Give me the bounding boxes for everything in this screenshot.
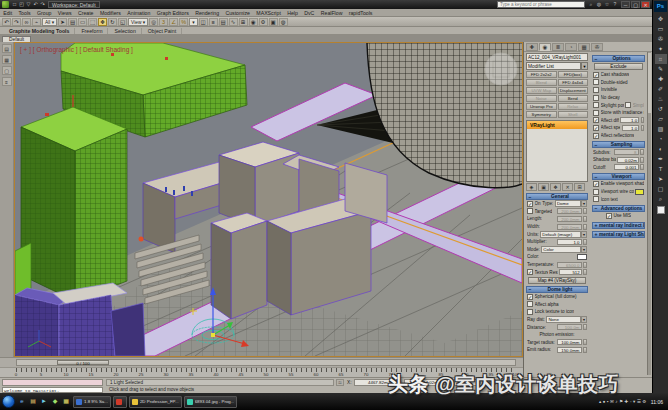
type-tool-icon[interactable]: T [655, 164, 667, 174]
viewport-layout-grid-icon[interactable]: ▦ [2, 55, 12, 64]
viewport-label[interactable]: [ + ] [ Orthographic ] [ Default Shading… [20, 46, 133, 54]
menu-tools[interactable]: Tools [15, 10, 33, 16]
modifier-button-ffd-4x4x4[interactable]: FFD 4x4x4 [558, 79, 589, 86]
panel-scrollbar[interactable] [647, 52, 651, 375]
affect-diffuse-field[interactable]: 1.0 [620, 117, 639, 123]
heal-tool-icon[interactable]: ✚ [655, 74, 667, 84]
maxscript-mini-listener-pink[interactable] [2, 379, 103, 386]
menu-help[interactable]: Help [284, 10, 301, 16]
menu-views[interactable]: Views [55, 10, 75, 16]
selection-filter-dropdown[interactable]: All ▾ [42, 18, 57, 26]
mirror-icon[interactable]: ◫ [199, 18, 208, 26]
pen-tool-icon[interactable]: ✒ [655, 154, 667, 164]
undo-icon[interactable]: ↶ [2, 18, 11, 26]
move-tool-icon[interactable]: ✥ [655, 14, 667, 24]
use-mis-checkbox[interactable]: ✓ [606, 213, 612, 219]
maximize-button[interactable]: ▢ [631, 1, 640, 8]
3dsmax-logo-icon[interactable] [2, 1, 9, 8]
modifier-button-bend[interactable]: Bend [558, 95, 589, 102]
motion-tab[interactable]: ◔ [565, 43, 577, 51]
lock-texture-to-icon-checkbox[interactable] [527, 309, 533, 315]
curve-editor-icon[interactable]: ∿ [229, 18, 238, 26]
affect-specular-field[interactable]: 1.0 [622, 125, 640, 131]
color-swatch[interactable] [577, 254, 587, 260]
toolbar-handle-icon[interactable]: ≡ [2, 77, 12, 86]
dodge-tool-icon[interactable]: ◐ [655, 144, 667, 154]
pin-stack-icon[interactable]: ◈ [526, 183, 537, 191]
rollout-header-viewport[interactable]: −Viewport [592, 173, 645, 180]
modifier-button-symmetry[interactable]: Symmetry [526, 111, 557, 118]
menu-rendering[interactable]: Rendering [192, 10, 222, 16]
help-icon[interactable]: ? [611, 1, 619, 8]
texture-field[interactable]: 512 [559, 269, 582, 275]
render-production-icon[interactable]: ◍ [279, 18, 288, 26]
marquee-tool-icon[interactable]: ▭ [655, 24, 667, 34]
select-link-icon[interactable]: ∞ [22, 18, 31, 26]
time-slider-handle[interactable]: 0 / 100 [57, 360, 109, 365]
spherical-full-dome-checkbox[interactable]: ✓ [527, 294, 533, 300]
utilities-tab[interactable]: ✇ [591, 43, 603, 51]
modifier-button-ffd-box[interactable]: FFD(box) [558, 71, 589, 78]
configure-modifier-sets-icon[interactable]: ⊞ [574, 183, 585, 191]
snaps-toggle-icon[interactable]: 3 [159, 18, 168, 26]
time-slider-track[interactable]: 0 / 100 [16, 359, 516, 366]
viewport-wire-color-checkbox[interactable] [593, 189, 599, 195]
temperature-field[interactable]: 6500.0 [557, 262, 582, 268]
modifier-button-displacement[interactable]: Displacement [558, 87, 589, 94]
start-button[interactable] [2, 395, 15, 408]
cast-shadows-checkbox[interactable]: ✓ [593, 72, 599, 78]
modifier-button-relax[interactable]: Relax [558, 103, 589, 110]
task-button-2[interactable] [113, 396, 127, 408]
menu-rapidtools[interactable]: rapidTools [346, 10, 376, 16]
brush-tool-icon[interactable]: ✐ [655, 84, 667, 94]
store-with-irradiance-map-checkbox[interactable] [593, 110, 599, 116]
affect-reflections-checkbox[interactable]: ✓ [593, 133, 599, 139]
width-field[interactable]: 200.0mm [557, 224, 582, 230]
schematic-view-icon[interactable]: ⊞ [239, 18, 248, 26]
units-dropdown[interactable]: Default (image)▼ [540, 231, 587, 238]
rollout-header-general[interactable]: −General [526, 193, 588, 200]
menu-customize[interactable]: Customize [222, 10, 253, 16]
length-spinner[interactable] [583, 216, 587, 222]
angle-snap-icon[interactable]: ∠ [169, 18, 178, 26]
material-editor-icon[interactable]: ◉ [249, 18, 258, 26]
subdivs-field[interactable]: 8 [614, 149, 639, 155]
task-button-4[interactable]: 6893.04.jpg - Prog... [184, 396, 238, 408]
menu-dvc[interactable]: DvC [301, 10, 317, 16]
redo-icon[interactable]: ↷ [12, 18, 21, 26]
percent-snap-icon[interactable]: % [179, 18, 188, 26]
viewcube[interactable] [485, 53, 517, 85]
double-sided-checkbox[interactable] [593, 79, 599, 85]
targeted-spinner[interactable] [583, 208, 587, 214]
menu-maxscript[interactable]: MAXScript [253, 10, 284, 16]
new-scene-icon[interactable]: □ [11, 1, 18, 8]
foreground-color-swatch[interactable] [657, 206, 665, 214]
selection-lock-icon[interactable]: ⚿ [336, 379, 344, 386]
select-rotate-icon[interactable]: ↻ [108, 18, 117, 26]
ribbon-tab-graphite-modeling-tools[interactable]: Graphite Modeling Tools [4, 28, 75, 34]
coord-x-field[interactable]: 4467.82m [354, 379, 390, 386]
affect-specular-spinner[interactable] [641, 125, 644, 131]
rollout-header-mental-ray-light-shader[interactable]: +mental ray Light Shader [592, 231, 645, 238]
eraser-tool-icon[interactable]: ▱ [655, 114, 667, 124]
modifier-button-ffd-2x2x2[interactable]: FFD 2x2x2 [526, 71, 557, 78]
sign-in-icon[interactable]: ◍ [595, 1, 603, 8]
rollout-header-advanced-options[interactable]: −Advanced options [592, 205, 645, 212]
wand-tool-icon[interactable]: ✦ [655, 44, 667, 54]
menu-realflow[interactable]: RealFlow [318, 10, 346, 16]
open-file-icon[interactable]: ◰ [18, 1, 25, 8]
eyedropper-tool-icon[interactable]: ✎ [655, 64, 667, 74]
rollout-header-dome-light[interactable]: −Dome light [526, 286, 588, 293]
display-tab[interactable]: ▦ [578, 43, 590, 51]
affect-alpha-checkbox[interactable] [527, 301, 533, 307]
affect-diffuse-spinner[interactable] [641, 117, 644, 123]
modifier-button-shell[interactable]: Shell [558, 111, 589, 118]
on-checkbox[interactable]: ✓ [527, 201, 533, 207]
map-4-vraysky-button[interactable]: Map #4 (VRaySky) [528, 277, 586, 284]
rollout-header-sampling[interactable]: −Sampling [592, 141, 645, 148]
lasso-tool-icon[interactable]: ✇ [655, 34, 667, 44]
render-setup-icon[interactable]: ⚙ [259, 18, 268, 26]
undo-qat-icon[interactable]: ↶ [32, 1, 39, 8]
targeted-checkbox[interactable] [527, 208, 533, 214]
width-spinner[interactable] [583, 224, 587, 230]
